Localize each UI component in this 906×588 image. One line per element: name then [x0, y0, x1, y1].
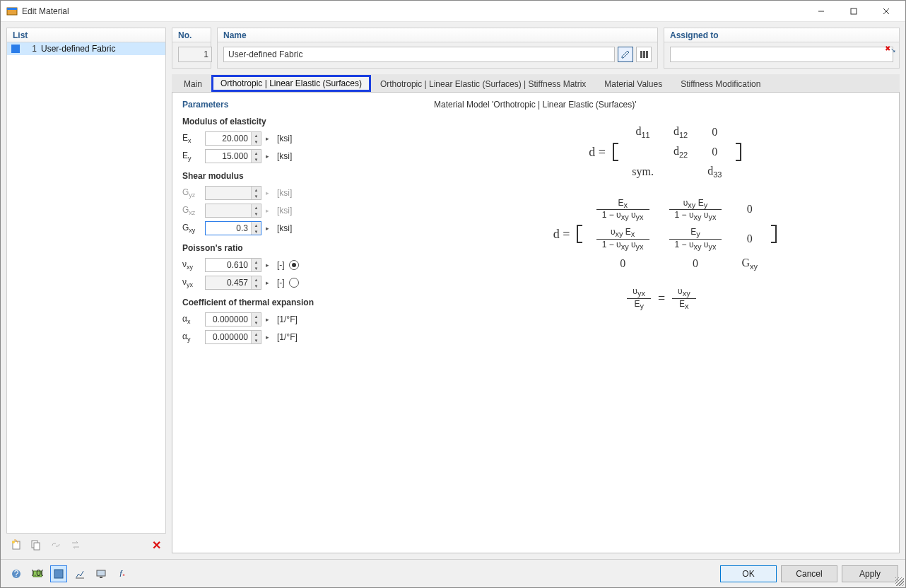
tab-main[interactable]: Main [175, 76, 211, 92]
Gxz-spinner: ▲▼ [205, 204, 261, 218]
svg-rect-3 [851, 8, 857, 14]
vxy-label: νxy [182, 259, 201, 271]
vxy-spinner[interactable]: ▲▼ [205, 258, 261, 272]
Ey-label: Ey [182, 151, 201, 162]
ay-label: αy [182, 331, 201, 343]
play-icon[interactable]: ▸ [266, 316, 273, 323]
vyx-unit: [-] [277, 278, 285, 288]
list-item[interactable]: 1 User-defined Fabric [7, 42, 165, 55]
Ex-spinner[interactable]: ▲▼ [205, 131, 261, 146]
svg-rect-12 [646, 51, 648, 58]
swap-button[interactable] [67, 536, 84, 553]
window-title: Edit Material [22, 6, 69, 16]
svg-rect-1 [7, 8, 17, 10]
vxy-unit: [-] [277, 260, 285, 270]
tab-orthotropic-stiffness[interactable]: Orthotropic | Linear Elastic (Surfaces) … [371, 76, 595, 92]
shear-heading: Shear modulus [182, 171, 423, 181]
copy-button[interactable] [28, 536, 45, 553]
name-label: Name [218, 28, 657, 42]
maximize-button[interactable] [837, 1, 870, 22]
Gxy-input[interactable] [206, 223, 251, 233]
formula-button[interactable]: fₓ [114, 565, 131, 582]
Gxy-label: Gxy [182, 223, 201, 234]
app-icon [6, 6, 18, 17]
Ey-input[interactable] [206, 151, 251, 161]
svg-rect-10 [640, 51, 642, 58]
svg-rect-19 [97, 570, 105, 576]
play-icon[interactable]: ▸ [266, 261, 273, 269]
Ey-spinner[interactable]: ▲▼ [205, 149, 261, 163]
help-button[interactable]: ? [8, 565, 25, 582]
assigned-input[interactable] [670, 47, 893, 62]
resize-grip-icon[interactable] [895, 577, 904, 586]
ax-spinner[interactable]: ▲▼ [205, 312, 261, 327]
close-button[interactable] [870, 1, 902, 22]
color-swatch-icon [11, 45, 20, 53]
ax-input[interactable] [206, 314, 251, 324]
library-button[interactable] [636, 47, 652, 62]
number-input[interactable] [178, 47, 212, 62]
tab-stiffness-modification[interactable]: Stiffness Modification [671, 76, 770, 92]
modulus-heading: Modulus of elasticity [182, 117, 423, 127]
material-list[interactable]: 1 User-defined Fabric [7, 42, 165, 533]
vyx-radio[interactable] [289, 278, 299, 288]
play-icon[interactable]: ▸ [266, 135, 273, 142]
tab-bar: Main Orthotropic | Linear Elastic (Surfa… [172, 74, 900, 93]
play-icon: ▸ [266, 189, 273, 196]
svg-rect-17 [54, 570, 63, 578]
vyx-input[interactable] [206, 278, 251, 288]
list-item-number: 1 [24, 44, 37, 54]
view-button[interactable] [50, 565, 67, 582]
tab-orthotropic[interactable]: Orthotropic | Linear Elastic (Surfaces) [211, 75, 371, 92]
vxy-input[interactable] [206, 260, 251, 270]
parameters-title: Parameters [182, 100, 423, 110]
vxy-radio[interactable] [289, 260, 299, 270]
Ey-unit: [ksi] [277, 151, 292, 161]
Gxz-label: Gxz [182, 205, 201, 216]
no-label: No. [172, 28, 211, 42]
play-icon[interactable]: ▸ [266, 279, 273, 286]
graph-button[interactable] [71, 565, 88, 582]
cancel-button[interactable]: Cancel [781, 565, 837, 582]
screen-button[interactable] [93, 565, 110, 582]
tab-material-values[interactable]: Material Values [595, 76, 671, 92]
play-icon[interactable]: ▸ [266, 153, 273, 160]
svg-text:?: ? [14, 569, 19, 579]
Ex-input[interactable] [206, 134, 251, 143]
apply-button[interactable]: Apply [842, 565, 898, 582]
edit-name-button[interactable] [618, 47, 633, 62]
Gyz-input [206, 188, 251, 198]
svg-rect-11 [643, 51, 645, 58]
new-button[interactable] [8, 536, 25, 553]
Gxz-unit: [ksi] [277, 206, 292, 216]
thermal-heading: Coefficient of thermal expansion [182, 298, 423, 307]
vyx-spinner[interactable]: ▲▼ [205, 276, 261, 290]
assigned-pick-icon[interactable]: ✖↘ [885, 45, 896, 52]
ay-unit: [1/°F] [277, 332, 298, 342]
svg-rect-20 [100, 577, 102, 578]
svg-rect-9 [34, 543, 40, 550]
Gxz-input [206, 206, 251, 216]
ok-button[interactable]: OK [720, 565, 777, 582]
link-button[interactable] [47, 536, 64, 553]
ay-spinner[interactable]: ▲▼ [205, 330, 261, 344]
list-item-label: User-defined Fabric [37, 44, 115, 54]
ax-unit: [1/°F] [277, 314, 298, 324]
Ex-label: Ex [182, 133, 201, 144]
vyx-label: νyx [182, 277, 201, 288]
svg-point-7 [12, 541, 15, 543]
Ex-unit: [ksi] [277, 134, 292, 143]
model-title: Material Model 'Orthotropic | Linear Ela… [434, 100, 889, 110]
play-icon[interactable]: ▸ [266, 225, 273, 232]
Gxy-unit: [ksi] [277, 223, 292, 233]
delete-button[interactable]: ✕ [148, 536, 165, 553]
play-icon[interactable]: ▸ [266, 334, 273, 341]
ay-input[interactable] [206, 332, 251, 342]
units-button[interactable]: 0.00 [29, 565, 46, 582]
name-input[interactable] [223, 47, 615, 62]
assigned-label: Assigned to [664, 28, 899, 42]
Gxy-spinner[interactable]: ▲▼ [205, 221, 261, 235]
minimize-button[interactable] [805, 1, 837, 22]
ax-label: αx [182, 314, 201, 325]
play-icon: ▸ [266, 207, 273, 214]
